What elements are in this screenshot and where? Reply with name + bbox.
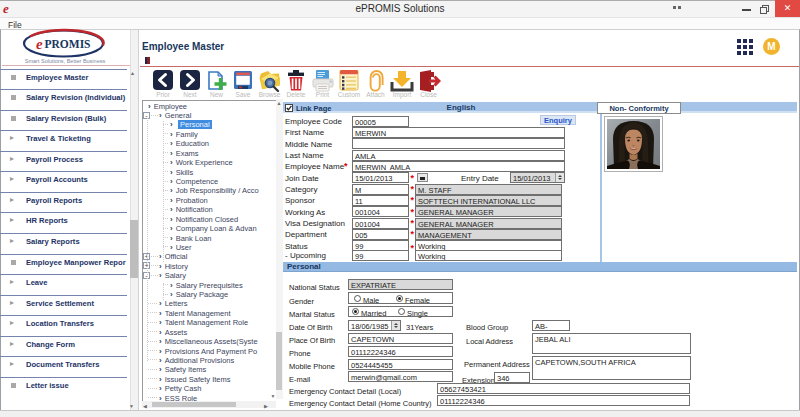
svg-text:e: e — [36, 36, 43, 52]
svg-text:PROMIS: PROMIS — [45, 38, 91, 50]
